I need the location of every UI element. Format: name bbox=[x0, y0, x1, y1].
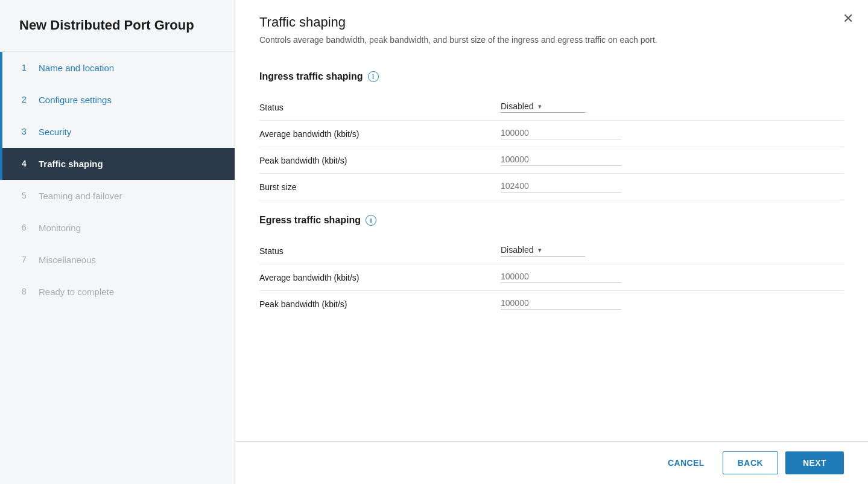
sidebar-step-3[interactable]: 3Security bbox=[0, 116, 235, 148]
step-number-2: 2 bbox=[22, 95, 31, 104]
step-label-3: Security bbox=[39, 127, 71, 137]
ingress-avg-bw-control bbox=[501, 128, 844, 139]
step-label-2: Configure settings bbox=[39, 95, 112, 105]
egress-info-icon[interactable]: i bbox=[366, 215, 376, 226]
ingress-info-icon[interactable]: i bbox=[368, 71, 379, 82]
page-title: Traffic shaping bbox=[259, 14, 844, 30]
main-content: Ingress traffic shaping i Status Disable… bbox=[235, 57, 868, 441]
egress-status-value: Disabled bbox=[501, 245, 533, 255]
sidebar-step-8: 8Ready to complete bbox=[0, 276, 235, 308]
ingress-section-title: Ingress traffic shaping i bbox=[259, 71, 844, 82]
page-description: Controls average bandwidth, peak bandwid… bbox=[259, 35, 844, 45]
egress-status-arrow: ▾ bbox=[538, 246, 542, 254]
dialog-title: New Distributed Port Group bbox=[0, 0, 235, 52]
ingress-burst-control bbox=[501, 181, 844, 193]
step-number-4: 4 bbox=[22, 159, 31, 168]
ingress-peak-bw-input[interactable] bbox=[501, 154, 621, 166]
step-number-3: 3 bbox=[22, 127, 31, 136]
step-label-6: Monitoring bbox=[39, 223, 81, 233]
egress-avg-bw-input[interactable] bbox=[501, 272, 621, 283]
ingress-status-value: Disabled bbox=[501, 101, 533, 111]
ingress-avg-bw-input[interactable] bbox=[501, 128, 621, 139]
egress-avg-bw-control bbox=[501, 272, 844, 283]
step-number-5: 5 bbox=[22, 191, 31, 200]
dialog: New Distributed Port Group 1Name and loc… bbox=[0, 0, 868, 484]
egress-section-title: Egress traffic shaping i bbox=[259, 215, 844, 226]
ingress-status-select[interactable]: Disabled ▾ bbox=[501, 101, 585, 113]
ingress-status-arrow: ▾ bbox=[538, 103, 542, 110]
step-label-8: Ready to complete bbox=[39, 287, 114, 297]
ingress-peak-bw-row: Peak bandwidth (kbit/s) bbox=[259, 147, 844, 174]
steps-list: 1Name and location2Configure settings3Se… bbox=[0, 52, 235, 484]
egress-peak-bw-input[interactable] bbox=[501, 298, 621, 310]
cancel-button[interactable]: CANCEL bbox=[657, 452, 715, 474]
egress-status-row: Status Disabled ▾ bbox=[259, 238, 844, 264]
egress-peak-bw-row: Peak bandwidth (kbit/s) bbox=[259, 291, 844, 317]
ingress-avg-bw-row: Average bandwidth (kbit/s) bbox=[259, 121, 844, 147]
egress-status-control: Disabled ▾ bbox=[501, 245, 844, 256]
sidebar-step-1[interactable]: 1Name and location bbox=[0, 52, 235, 84]
sidebar-step-5: 5Teaming and failover bbox=[0, 180, 235, 212]
ingress-burst-row: Burst size bbox=[259, 174, 844, 200]
close-button[interactable]: ✕ bbox=[843, 12, 854, 25]
egress-status-label: Status bbox=[259, 246, 501, 256]
ingress-status-row: Status Disabled ▾ bbox=[259, 94, 844, 121]
sidebar-step-7: 7Miscellaneous bbox=[0, 244, 235, 276]
step-number-6: 6 bbox=[22, 223, 31, 232]
ingress-status-control: Disabled ▾ bbox=[501, 101, 844, 113]
step-number-1: 1 bbox=[22, 63, 31, 72]
step-label-1: Name and location bbox=[39, 63, 114, 73]
sidebar-step-2[interactable]: 2Configure settings bbox=[0, 84, 235, 116]
main-header: Traffic shaping Controls average bandwid… bbox=[235, 0, 868, 57]
step-label-4: Traffic shaping bbox=[39, 159, 103, 169]
ingress-avg-bw-label: Average bandwidth (kbit/s) bbox=[259, 129, 501, 139]
footer: CANCEL BACK NEXT bbox=[235, 441, 868, 484]
egress-avg-bw-label: Average bandwidth (kbit/s) bbox=[259, 273, 501, 282]
step-number-7: 7 bbox=[22, 255, 31, 264]
sidebar-step-6: 6Monitoring bbox=[0, 212, 235, 244]
ingress-peak-bw-label: Peak bandwidth (kbit/s) bbox=[259, 156, 501, 165]
ingress-peak-bw-control bbox=[501, 154, 844, 166]
ingress-burst-input[interactable] bbox=[501, 181, 621, 193]
egress-title-text: Egress traffic shaping bbox=[259, 215, 361, 226]
step-label-7: Miscellaneous bbox=[39, 255, 96, 265]
next-button[interactable]: NEXT bbox=[785, 451, 844, 474]
egress-peak-bw-control bbox=[501, 298, 844, 310]
ingress-title-text: Ingress traffic shaping bbox=[259, 71, 363, 82]
step-number-8: 8 bbox=[22, 287, 31, 296]
egress-peak-bw-label: Peak bandwidth (kbit/s) bbox=[259, 299, 501, 309]
back-button[interactable]: BACK bbox=[723, 451, 778, 474]
ingress-burst-label: Burst size bbox=[259, 182, 501, 192]
sidebar: New Distributed Port Group 1Name and loc… bbox=[0, 0, 235, 484]
ingress-status-label: Status bbox=[259, 103, 501, 112]
egress-avg-bw-row: Average bandwidth (kbit/s) bbox=[259, 264, 844, 291]
main-panel: Traffic shaping Controls average bandwid… bbox=[235, 0, 868, 484]
egress-status-select[interactable]: Disabled ▾ bbox=[501, 245, 585, 256]
sidebar-step-4[interactable]: 4Traffic shaping bbox=[0, 148, 235, 180]
step-label-5: Teaming and failover bbox=[39, 191, 122, 201]
